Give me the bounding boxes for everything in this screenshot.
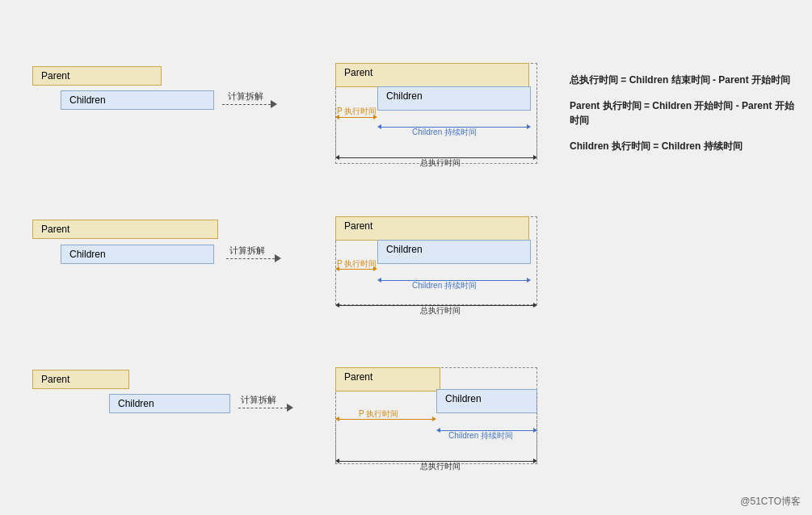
s1-left-children: Children <box>61 90 214 110</box>
s3-children-dur-label: Children 持续时间 <box>448 430 513 442</box>
watermark: @51CTO博客 <box>740 495 801 509</box>
s1-vdash-right <box>536 87 537 158</box>
s2-p-exec-label: P 执行时间 <box>337 258 377 270</box>
s3-arrow-label: 计算拆解 <box>241 394 276 406</box>
legend-row2: Parent 执行时间 = Children 开始时间 - Parent 开始时… <box>570 98 796 128</box>
s3-total-label: 总执行时间 <box>420 461 461 472</box>
s1-right-parent: Parent <box>335 63 529 87</box>
s2-vdash-right <box>536 241 537 305</box>
s1-right-children: Children <box>377 86 531 111</box>
s2-right-parent: Parent <box>335 216 529 241</box>
s2-left-parent: Parent <box>32 220 218 239</box>
legend-panel: 总执行时间 = Children 结束时间 - Parent 开始时间 Pare… <box>570 73 796 165</box>
s3-left-children: Children <box>109 394 230 413</box>
s1-vdash-left <box>335 87 336 158</box>
s3-right-parent: Parent <box>335 367 440 391</box>
s3-right-children: Children <box>436 389 537 413</box>
s3-p-exec-label: P 执行时间 <box>359 408 398 420</box>
s3-vdash-left <box>335 392 336 462</box>
legend-row1: 总执行时间 = Children 结束时间 - Parent 开始时间 <box>570 73 796 87</box>
s3-left-parent: Parent <box>32 370 129 389</box>
s1-left-parent: Parent <box>32 66 162 86</box>
legend-row3: Children 执行时间 = Children 持续时间 <box>570 139 796 153</box>
s2-arrow-label: 计算拆解 <box>229 245 265 257</box>
s2-vdash-left <box>335 241 336 305</box>
s1-children-dur-label: Children 持续时间 <box>412 127 477 138</box>
s3-vdash-right <box>536 392 537 462</box>
s1-p-exec-label: P 执行时间 <box>337 106 377 117</box>
s2-total-label: 总执行时间 <box>420 305 461 316</box>
s1-arrow-label: 计算拆解 <box>228 90 263 103</box>
s2-left-children: Children <box>61 245 214 264</box>
main-container: Parent Children 计算拆解 Parent Children P 执… <box>0 0 812 515</box>
s2-children-dur-label: Children 持续时间 <box>412 280 477 291</box>
s1-total-label: 总执行时间 <box>420 157 461 169</box>
s2-right-children: Children <box>377 240 531 264</box>
